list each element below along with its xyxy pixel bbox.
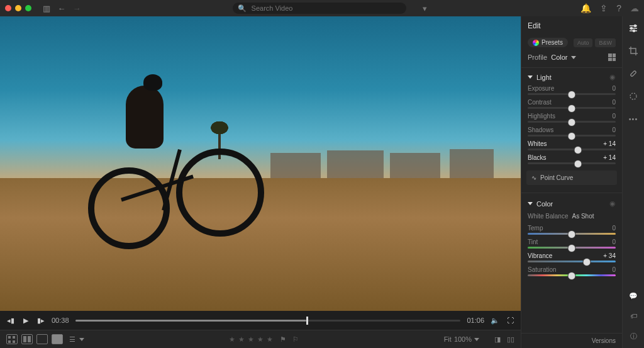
profile-grid-icon[interactable]	[608, 53, 616, 61]
play-button[interactable]: ▶	[21, 316, 30, 325]
saturation-label: Saturation	[528, 266, 557, 273]
panel-toggle-icon[interactable]: ▥	[42, 3, 52, 13]
filter-icon[interactable]: ▾	[420, 3, 430, 13]
grid-view-icon[interactable]	[6, 334, 18, 344]
svg-rect-3	[630, 70, 636, 77]
tool-rail: ••• 💬 🏷 ⓘ	[622, 16, 644, 348]
back-icon[interactable]: ←	[57, 3, 67, 13]
light-section-header[interactable]: Light ◉	[521, 68, 622, 84]
keywords-icon[interactable]: 🏷	[628, 310, 639, 322]
tint-slider[interactable]: Tint0	[521, 237, 622, 251]
volume-icon[interactable]: 🔈	[491, 316, 499, 325]
edit-panel: Edit Presets Auto B&W Profile Color	[521, 16, 622, 348]
maximize-window[interactable]	[25, 5, 31, 11]
layout-icon[interactable]: ▯▯	[507, 335, 514, 344]
temp-label: Temp	[528, 225, 543, 232]
highlights-slider[interactable]: Highlights0	[521, 111, 622, 125]
blacks-slider[interactable]: Blacks+ 14	[521, 153, 622, 167]
color-visibility-icon[interactable]: ◉	[609, 199, 616, 208]
before-after-icon[interactable]: ◨	[494, 335, 501, 344]
prev-frame-button[interactable]: ◂▮	[6, 316, 15, 325]
flag-reject-icon[interactable]: ⚐	[292, 335, 299, 344]
bell-icon[interactable]: 🔔	[580, 3, 591, 13]
versions-button[interactable]: Versions	[521, 333, 622, 348]
rating-stars[interactable]: ★ ★ ★ ★ ★	[229, 335, 274, 344]
share-icon[interactable]: ⇪	[600, 3, 608, 13]
auto-button[interactable]: Auto	[574, 38, 593, 47]
sort-menu-chevron[interactable]	[79, 338, 84, 341]
search-input[interactable]	[250, 4, 401, 13]
compare-view-icon[interactable]	[36, 334, 48, 344]
saturation-slider[interactable]: Saturation0	[521, 265, 622, 279]
fit-label[interactable]: Fit	[444, 335, 452, 343]
titlebar: ▥ ← → 🔍 ▾ 🔔 ⇪ ? ☁	[0, 0, 644, 16]
vibrance-label: Vibrance	[528, 252, 552, 259]
flag-pick-icon[interactable]: ⚑	[280, 335, 286, 344]
point-curve-label: Point Curve	[540, 174, 573, 181]
point-curve-button[interactable]: ∿ Point Curve	[526, 171, 617, 185]
timeline-scrubber[interactable]	[75, 320, 461, 322]
contrast-value: 0	[612, 99, 616, 106]
presets-label: Presets	[541, 39, 563, 46]
exposure-value: 0	[612, 85, 616, 92]
svg-point-0	[635, 25, 636, 27]
current-time: 00:38	[52, 317, 69, 324]
tint-value: 0	[612, 239, 616, 245]
more-icon[interactable]: •••	[628, 113, 639, 125]
info-icon[interactable]: ⓘ	[628, 330, 639, 342]
forward-icon[interactable]: →	[72, 3, 82, 13]
exposure-slider[interactable]: Exposure0	[521, 84, 622, 98]
highlights-value: 0	[612, 113, 616, 120]
profile-label: Profile	[528, 53, 547, 61]
view-mode-group	[6, 334, 63, 344]
temp-slider[interactable]: Temp0	[521, 223, 622, 237]
profile-value[interactable]: Color	[551, 53, 567, 61]
next-frame-button[interactable]: ▮▸	[36, 316, 45, 325]
healing-icon[interactable]	[628, 68, 639, 79]
blacks-value: + 14	[603, 154, 616, 161]
vibrance-slider[interactable]: Vibrance+ 34	[521, 251, 622, 265]
chevron-down-icon	[528, 76, 533, 79]
playback-bar: ◂▮ ▶ ▮▸ 00:38 01:06 🔈 ⛶	[0, 311, 521, 330]
panel-title: Edit	[528, 21, 541, 30]
svg-point-4	[630, 93, 636, 99]
edit-sliders-icon[interactable]	[628, 23, 639, 34]
svg-point-2	[633, 30, 635, 32]
white-balance-value[interactable]: As Shot	[572, 213, 594, 220]
shadows-value: 0	[612, 126, 616, 133]
vibrance-value: + 34	[603, 252, 616, 259]
temp-value: 0	[612, 225, 616, 232]
presets-button[interactable]: Presets	[528, 38, 568, 47]
search-icon: 🔍	[238, 4, 247, 13]
light-visibility-icon[interactable]: ◉	[609, 73, 616, 81]
whites-slider[interactable]: Whites+ 14	[521, 139, 622, 153]
zoom-level[interactable]: 100%	[454, 335, 472, 343]
contrast-slider[interactable]: Contrast0	[521, 98, 622, 111]
comments-icon[interactable]: 💬	[628, 290, 639, 301]
sort-icon[interactable]: ☰	[69, 335, 75, 344]
cloud-icon[interactable]: ☁	[630, 3, 639, 13]
profile-chevron-icon[interactable]	[571, 56, 576, 59]
loupe-view-icon[interactable]	[52, 334, 63, 344]
whites-value: + 14	[603, 140, 616, 147]
duration: 01:06	[467, 317, 484, 324]
light-title: Light	[536, 74, 552, 81]
window-controls	[5, 5, 31, 11]
shadows-slider[interactable]: Shadows0	[521, 125, 622, 139]
bw-button[interactable]: B&W	[595, 38, 616, 47]
zoom-chevron-icon[interactable]	[474, 338, 479, 341]
svg-point-1	[631, 28, 633, 30]
crop-icon[interactable]	[628, 45, 639, 57]
whites-label: Whites	[528, 140, 547, 147]
video-canvas[interactable]	[0, 16, 521, 311]
fullscreen-icon[interactable]: ⛶	[506, 316, 514, 325]
split-view-icon[interactable]	[21, 334, 33, 344]
masking-icon[interactable]	[628, 91, 639, 102]
curve-icon: ∿	[531, 174, 536, 181]
minimize-window[interactable]	[15, 5, 21, 11]
search-box[interactable]: 🔍	[233, 3, 406, 14]
close-window[interactable]	[5, 5, 11, 11]
white-balance-label: White Balance	[528, 213, 568, 220]
color-section-header[interactable]: Color ◉	[521, 194, 622, 210]
help-icon[interactable]: ?	[616, 3, 621, 13]
